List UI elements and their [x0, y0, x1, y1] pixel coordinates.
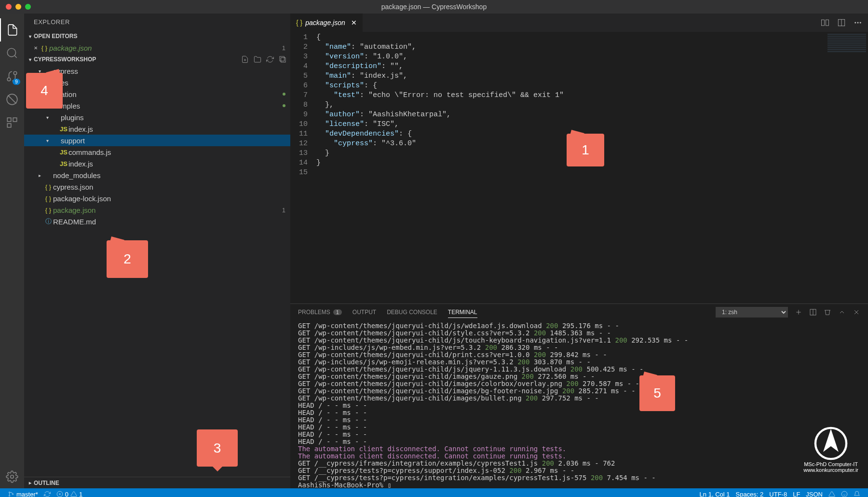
split-terminal-icon[interactable]	[809, 308, 817, 316]
activity-scm-icon[interactable]: 9	[0, 65, 24, 88]
tree-item-label: README.md	[53, 218, 285, 226]
tree-item-label: ation	[61, 90, 280, 98]
panel-tab-problems[interactable]: PROBLEMS 1	[298, 309, 342, 316]
window-minimize-button[interactable]	[15, 4, 21, 10]
tree-item[interactable]: ▸{ }package.json1	[24, 204, 290, 216]
info-icon: ⓘ	[43, 217, 53, 226]
svg-point-2	[14, 71, 17, 75]
svg-rect-6	[7, 118, 11, 122]
svg-rect-12	[280, 56, 284, 61]
svg-rect-13	[281, 58, 285, 62]
svg-point-0	[7, 48, 15, 56]
annotation-3: 3	[197, 429, 238, 467]
js-icon: JS	[59, 125, 68, 133]
tree-item[interactable]: ▸JSindex.js	[24, 158, 290, 169]
svg-point-9	[11, 475, 14, 479]
tree-item[interactable]: ▾support	[24, 135, 290, 146]
sidebar-title: EXPLORER	[24, 14, 290, 30]
close-icon[interactable]: ✕	[32, 45, 40, 51]
tree-item-label: index.js	[68, 160, 285, 168]
svg-point-20	[860, 22, 861, 23]
maximize-panel-icon[interactable]	[838, 308, 846, 316]
annotation-1: 1	[567, 134, 604, 166]
panel-tab-output[interactable]: OUTPUT	[353, 309, 376, 316]
editor-panel: { } package.json ✕ 123456789101112131415…	[290, 14, 868, 488]
window-close-button[interactable]	[6, 4, 12, 10]
trash-icon[interactable]	[824, 308, 831, 316]
new-folder-icon[interactable]	[254, 55, 261, 63]
collapse-all-icon[interactable]	[279, 55, 286, 63]
annotation-4: 4	[26, 73, 63, 109]
tree-item[interactable]: ▸mples	[24, 100, 290, 111]
svg-point-19	[857, 22, 858, 23]
tree-item[interactable]: ▸JSindex.js	[24, 123, 290, 135]
window-maximize-button[interactable]	[25, 4, 31, 10]
refresh-icon[interactable]	[266, 55, 274, 63]
tab-bar: { } package.json ✕	[290, 14, 868, 32]
status-feedback-icon[interactable]	[826, 491, 838, 497]
activity-explorer-icon[interactable]	[0, 18, 24, 41]
split-editor-icon[interactable]	[837, 18, 846, 27]
new-file-icon[interactable]	[241, 55, 249, 63]
status-smiley-icon[interactable]	[838, 491, 851, 497]
svg-point-18	[855, 22, 856, 23]
svg-point-3	[7, 78, 11, 81]
panel-tab-debug[interactable]: DEBUG CONSOLE	[387, 309, 437, 316]
statusbar: master* 0 1 Ln 1, Col 1 Spaces: 2 UTF-8 …	[0, 488, 868, 497]
status-eol[interactable]: LF	[790, 491, 803, 497]
json-icon: { }	[43, 207, 53, 214]
json-icon: { }	[43, 183, 53, 191]
annotation-2: 2	[107, 240, 148, 278]
status-cursor[interactable]: Ln 1, Col 1	[697, 491, 733, 497]
bottom-panel: PROBLEMS 1 OUTPUT DEBUG CONSOLE TERMINAL…	[290, 304, 868, 488]
tree-item[interactable]: ▸{ }cypress.json	[24, 181, 290, 193]
activity-settings-icon[interactable]	[0, 465, 24, 488]
annotation-5: 5	[639, 375, 675, 411]
status-bell-icon[interactable]	[851, 491, 863, 497]
terminal-output[interactable]: GET /wp-content/themes/jqueryui-child/js…	[290, 320, 868, 488]
compare-icon[interactable]	[821, 18, 829, 27]
tree-item[interactable]: ▸JScommands.js	[24, 146, 290, 158]
new-terminal-icon[interactable]	[795, 308, 802, 316]
status-sync[interactable]	[41, 491, 54, 497]
svg-rect-15	[826, 20, 829, 26]
open-editor-item[interactable]: ✕ { } package.json 1	[24, 42, 290, 54]
tree-item-label: es	[61, 79, 285, 87]
js-icon: JS	[59, 160, 68, 167]
editor-tab[interactable]: { } package.json ✕	[290, 14, 363, 32]
activity-extensions-icon[interactable]	[0, 111, 24, 134]
close-panel-icon[interactable]	[853, 308, 860, 316]
status-errors[interactable]: 0 1	[54, 491, 85, 497]
tree-item[interactable]: ▸node_modules	[24, 169, 290, 181]
activity-search-icon[interactable]	[0, 41, 24, 65]
status-language[interactable]: JSON	[803, 491, 826, 497]
status-branch[interactable]: master*	[5, 491, 41, 497]
tree-item-label: cypress	[53, 67, 285, 75]
open-editors-header[interactable]: ▾ OPEN EDITORS	[24, 30, 290, 42]
tree-item-label: node_modules	[53, 171, 285, 179]
editor-body[interactable]: 123456789101112131415 { "name": "automat…	[290, 32, 868, 304]
tree-item[interactable]: ▸ⓘREADME.md	[24, 216, 290, 227]
svg-point-29	[12, 494, 13, 495]
tree-item-label: support	[61, 137, 285, 145]
tree-item[interactable]: ▸{ }package-lock.json	[24, 193, 290, 204]
more-icon[interactable]	[854, 18, 862, 27]
minimap[interactable]	[827, 34, 866, 53]
watermark: MSc-PhD Computer-IT www.konkurcomputer.i…	[803, 427, 858, 473]
file-tree: ▾cypress▸es▸ation▸mples▾plugins▸JSindex.…	[24, 65, 290, 477]
terminal-shell-select[interactable]: 1: zsh	[716, 307, 788, 318]
json-icon: { }	[296, 19, 302, 27]
svg-rect-14	[822, 20, 825, 26]
tree-item-label: commands.js	[68, 148, 285, 156]
titlebar: package.json — CypressWorkshop	[0, 0, 868, 14]
status-encoding[interactable]: UTF-8	[766, 491, 790, 497]
outline-header[interactable]: ▸ OUTLINE	[24, 477, 290, 488]
tree-item[interactable]: ▾plugins	[24, 111, 290, 123]
panel-tab-terminal[interactable]: TERMINAL	[448, 309, 477, 318]
tree-item[interactable]: ▸ation	[24, 88, 290, 100]
tree-item-label: package-lock.json	[53, 194, 285, 203]
close-tab-icon[interactable]: ✕	[351, 19, 357, 27]
activity-debug-icon[interactable]	[0, 88, 24, 111]
status-spaces[interactable]: Spaces: 2	[732, 491, 766, 497]
code-content[interactable]: { "name": "automation", "version": "1.0.…	[316, 32, 868, 304]
